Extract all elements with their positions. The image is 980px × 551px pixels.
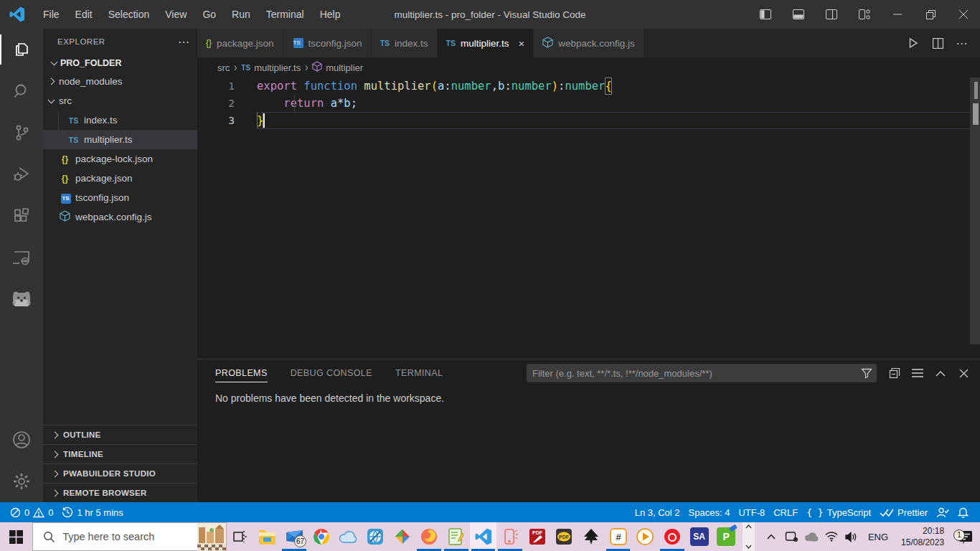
app-file-explorer[interactable]: [254, 522, 281, 551]
tree-item-tsconfig-json[interactable]: TS tsconfig.json: [43, 188, 197, 207]
maximize-panel-icon[interactable]: [931, 364, 950, 382]
tree-item-multiplier-ts[interactable]: TS multiplier.ts: [43, 130, 197, 149]
remote-explorer-icon[interactable]: [0, 237, 43, 278]
accounts-icon[interactable]: [0, 419, 43, 461]
tree-item-index-ts[interactable]: TS index.ts: [43, 110, 197, 130]
panel-tab-terminal[interactable]: TERMINAL: [395, 359, 443, 387]
tab-package-json[interactable]: {} package.json: [197, 29, 283, 57]
section-outline[interactable]: OUTLINE: [43, 425, 197, 444]
app-shareit[interactable]: [389, 522, 416, 551]
app-hash[interactable]: #: [605, 522, 632, 551]
panel-tab-problems[interactable]: PROBLEMS: [215, 359, 268, 387]
view-as-table-icon[interactable]: [908, 364, 927, 382]
panel-tab-debug-console[interactable]: DEBUG CONSOLE: [291, 359, 372, 387]
app-cloud[interactable]: [335, 522, 362, 551]
menu-go[interactable]: Go: [194, 0, 224, 29]
tray-device-icon[interactable]: [782, 531, 801, 542]
feedback-icon[interactable]: [932, 502, 953, 522]
section-pwabuilder-studio[interactable]: PWABUILDER STUDIO: [43, 463, 197, 483]
tab-tsconfig-json[interactable]: TS tsconfig.json: [283, 29, 371, 57]
tab-multiplier-ts[interactable]: TS multiplier.ts ×: [438, 29, 534, 57]
app-your-phone[interactable]: [496, 522, 524, 551]
indentation-status[interactable]: Spaces: 4: [684, 502, 735, 522]
source-control-icon[interactable]: [0, 112, 43, 154]
tree-item-package-json[interactable]: {} package.json: [43, 169, 197, 188]
taskbar-scroll-strip[interactable]: [743, 522, 755, 551]
minimize-button[interactable]: [881, 0, 914, 29]
pwabuilder-otter-icon[interactable]: [0, 278, 43, 320]
cursor-position-status[interactable]: Ln 3, Col 2: [631, 502, 684, 522]
collapse-all-icon[interactable]: [885, 364, 904, 382]
code-line-3[interactable]: 3}: [197, 112, 980, 129]
code-line-2[interactable]: 2 return a*b;: [197, 95, 980, 112]
code-editor[interactable]: 1export function multiplier(a:number,b:n…: [197, 77, 980, 359]
notifications-bell-icon[interactable]: [953, 502, 973, 522]
restore-button[interactable]: [914, 0, 947, 29]
scroll-down-icon[interactable]: [745, 545, 752, 549]
timer-status[interactable]: 1 hr 5 mins: [57, 502, 127, 522]
more-actions-icon[interactable]: ⋯: [951, 32, 973, 54]
extensions-icon[interactable]: [0, 195, 43, 237]
tree-item-webpack-config-js[interactable]: webpack.config.js: [43, 207, 197, 227]
app-sa[interactable]: SA: [686, 522, 713, 551]
section-timeline[interactable]: TIMELINE: [43, 444, 197, 463]
menu-edit[interactable]: Edit: [67, 0, 100, 29]
tree-item-src[interactable]: src: [43, 91, 197, 110]
app-media-player[interactable]: [631, 522, 659, 551]
language-status[interactable]: { } TypeScript: [802, 502, 875, 522]
menu-selection[interactable]: Selection: [100, 0, 158, 29]
app-authy[interactable]: [659, 522, 686, 551]
input-language-indicator[interactable]: ENG: [862, 532, 894, 542]
code-line-1[interactable]: 1export function multiplier(a:number,b:n…: [197, 77, 980, 95]
split-editor-icon[interactable]: [927, 32, 948, 54]
scroll-up-icon[interactable]: [745, 524, 752, 529]
taskbar-search-input[interactable]: [62, 531, 177, 542]
start-button[interactable]: [0, 522, 32, 551]
filter-funnel-icon[interactable]: [861, 367, 872, 379]
app-planner[interactable]: P: [712, 522, 740, 551]
tree-item-package-lock-json[interactable]: {} package-lock.json: [43, 149, 197, 169]
tree-item-node-modules[interactable]: node_modules: [43, 72, 197, 91]
app-pdf-xchange[interactable]: PDF: [524, 522, 551, 551]
toggle-secondary-sidebar-icon[interactable]: [815, 0, 848, 29]
task-view-icon[interactable]: [227, 522, 254, 551]
wifi-icon[interactable]: [822, 532, 841, 542]
menu-terminal[interactable]: Terminal: [258, 0, 312, 29]
customize-layout-icon[interactable]: [848, 0, 881, 29]
close-tab-icon[interactable]: ×: [519, 37, 525, 50]
section-remote-browser[interactable]: REMOTE BROWSER: [43, 483, 197, 502]
app-mail[interactable]: 67: [281, 522, 308, 551]
breadcrumb-file[interactable]: multiplier.ts: [254, 62, 301, 73]
menu-view[interactable]: View: [157, 0, 194, 29]
explorer-more-actions-icon[interactable]: ⋯: [178, 35, 190, 49]
eol-status[interactable]: CRLF: [769, 502, 802, 522]
clock[interactable]: 20:18 15/08/2023: [895, 525, 950, 548]
toggle-panel-icon[interactable]: [782, 0, 815, 29]
menu-help[interactable]: Help: [312, 0, 349, 29]
run-and-debug-icon[interactable]: [0, 154, 43, 195]
problems-filter-input[interactable]: [532, 368, 861, 379]
formatter-status[interactable]: Prettier: [875, 502, 932, 522]
app-chrome[interactable]: [308, 522, 335, 551]
close-panel-icon[interactable]: [954, 364, 973, 382]
menu-run[interactable]: Run: [224, 0, 258, 29]
run-file-icon[interactable]: [903, 32, 924, 54]
close-button[interactable]: [947, 0, 980, 29]
onedrive-cloud-icon[interactable]: [802, 532, 821, 542]
app-notepad-plus-plus[interactable]: [443, 522, 470, 551]
search-icon[interactable]: [0, 70, 43, 112]
breadcrumb-symbol[interactable]: multiplier: [326, 62, 363, 73]
action-center-icon[interactable]: 1: [951, 530, 980, 544]
toggle-primary-sidebar-icon[interactable]: [749, 0, 782, 29]
editor-scrollbar[interactable]: [970, 77, 980, 344]
app-internet[interactable]: [362, 522, 389, 551]
app-foxit-pdf[interactable]: PDF: [551, 522, 578, 551]
tab-index-ts[interactable]: TS index.ts: [372, 29, 437, 57]
workspace-root-folder[interactable]: PRO_FOLDER: [43, 55, 197, 72]
problems-status[interactable]: 0 0: [6, 502, 57, 522]
explorer-icon[interactable]: [0, 29, 43, 70]
search-highlight-image[interactable]: [197, 523, 226, 551]
encoding-status[interactable]: UTF-8: [734, 502, 769, 522]
menu-file[interactable]: File: [35, 0, 67, 29]
breadcrumb-src[interactable]: src: [217, 62, 230, 73]
